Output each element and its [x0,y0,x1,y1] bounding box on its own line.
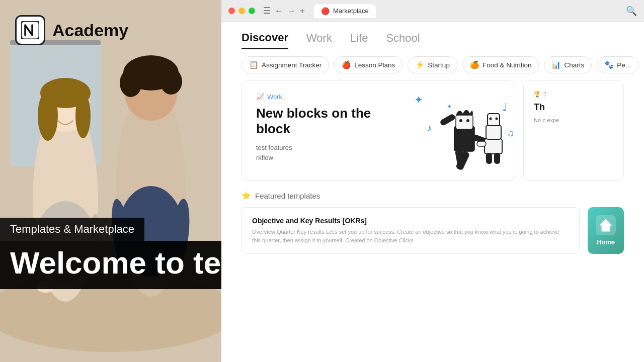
assignment-icon: 📋 [249,60,259,69]
card-title: New blocks on the block [256,106,397,137]
notion-logo [15,15,45,45]
svg-rect-23 [21,21,39,39]
svg-point-8 [75,93,91,138]
svg-text:♩: ♩ [502,101,507,114]
pill-label: Food & Nutrition [482,61,532,69]
traffic-lights [228,8,255,14]
lesson-icon: 🍎 [342,60,351,69]
academy-label: Academy [52,21,128,40]
nav-discover[interactable]: Discover [242,31,288,49]
browser-panel: ☰ ← → + 🔴 Marketplace 🔍 Discover Work Li… [221,0,644,362]
pill-lesson-plans[interactable]: 🍎 Lesson Plans [334,56,403,73]
main-feature-card[interactable]: 📈 Work New blocks on the block test feat… [242,80,515,181]
featured-section: ⭐ Featured templates Objective and Key R… [221,181,644,254]
marketplace-content: Discover Work Life School 📋 Assignment T… [221,22,644,362]
overlay-subtitle: Templates & Marketplace [0,218,144,241]
side-tag-icon: 🏆 [534,91,541,98]
svg-rect-44 [486,153,492,164]
forward-icon[interactable]: → [287,6,296,16]
svg-point-33 [466,119,469,122]
svg-rect-30 [454,126,474,151]
svg-text:♫: ♫ [507,128,514,138]
template-desc: Overview Quarter Key results Let's set y… [252,228,569,244]
featured-area: 📈 Work New blocks on the block test feat… [221,80,644,181]
marketplace-nav: Discover Work Life School [221,22,644,49]
maximize-button[interactable] [249,8,255,14]
pill-label: Charts [564,61,584,69]
svg-rect-39 [486,125,501,139]
side-card-tag: 🏆 T [534,91,613,98]
side-tag-label: T [543,92,547,98]
template-title: Objective and Key Results [OKRs] [252,217,569,225]
category-pills: 📋 Assignment Tracker 🍎 Lesson Plans ⚡ St… [221,49,644,80]
side-card-title: Th [534,102,613,113]
pill-assignment-tracker[interactable]: 📋 Assignment Tracker [242,56,329,73]
startup-icon: ⚡ [415,60,425,69]
pill-startup[interactable]: ⚡ Startup [408,56,457,73]
star-icon: ⭐ [242,191,251,200]
browser-tab[interactable]: 🔴 Marketplace [314,4,376,18]
new-tab-icon[interactable]: + [300,6,305,16]
svg-rect-34 [439,113,456,126]
browser-controls: ☰ ← → + [263,6,305,16]
pill-label: Lesson Plans [354,61,395,69]
template-card-okr[interactable]: Objective and Key Results [OKRs] Overvie… [242,207,580,254]
svg-point-42 [496,118,498,120]
pill-more[interactable]: 🐾 Pe... [597,56,638,73]
templates-row: Objective and Key Results [OKRs] Overvie… [242,207,624,254]
card-desc-line2: rkflow [256,154,273,161]
card-tag-icon: 📈 [256,93,264,101]
overlay-banner: Templates & Marketplace Welcome to templ… [0,218,221,289]
card-desc-line1: test features [256,144,292,151]
academy-header: Academy [15,15,128,45]
nav-school[interactable]: School [386,32,420,49]
svg-point-32 [459,119,462,122]
svg-text:✦: ✦ [447,103,452,110]
svg-rect-40 [488,114,500,126]
pill-label: Assignment Tracker [262,61,321,69]
svg-rect-31 [456,115,473,129]
home-label: Home [597,238,615,246]
pill-label: Startup [428,61,450,69]
food-icon: 🍊 [470,60,479,69]
nav-work[interactable]: Work [306,32,332,49]
pill-label: Pe... [617,61,631,69]
left-panel: Academy Templates & Marketplace Welcome … [0,0,221,362]
side-card-desc: No-c expe [534,117,613,123]
svg-rect-45 [494,153,500,164]
more-icon: 🐾 [604,60,614,69]
nav-life[interactable]: Life [350,32,368,49]
svg-text:♪: ♪ [427,122,432,133]
svg-point-7 [38,90,58,141]
tab-favicon: 🔴 [321,7,330,15]
search-button[interactable]: 🔍 [626,6,637,17]
overlay-title: Welcome to templates [0,241,221,289]
svg-point-18 [128,59,174,81]
charts-icon: 📊 [551,60,561,69]
pill-charts[interactable]: 📊 Charts [544,56,592,73]
pill-food-nutrition[interactable]: 🍊 Food & Nutrition [462,56,539,73]
menu-icon[interactable]: ☰ [263,6,271,16]
side-feature-card[interactable]: 🏆 T Th No-c expe [523,80,624,181]
background-photo [0,0,221,362]
template-card-home[interactable]: Home [588,207,624,254]
minimize-button[interactable] [238,8,245,14]
browser-chrome: ☰ ← → + 🔴 Marketplace 🔍 [221,0,644,22]
card-tag-label: Work [267,93,282,101]
svg-rect-38 [485,139,502,154]
section-label: Featured templates [255,192,320,200]
section-header: ⭐ Featured templates [242,191,624,200]
svg-text:✦: ✦ [414,94,423,106]
card-illustration: ✦ ♪ ♩ ♫ ✦ ✦ [409,86,515,176]
close-button[interactable] [228,8,235,14]
back-icon[interactable]: ← [275,6,283,16]
svg-point-41 [490,118,492,120]
tab-label: Marketplace [333,7,369,15]
svg-rect-43 [477,141,486,146]
